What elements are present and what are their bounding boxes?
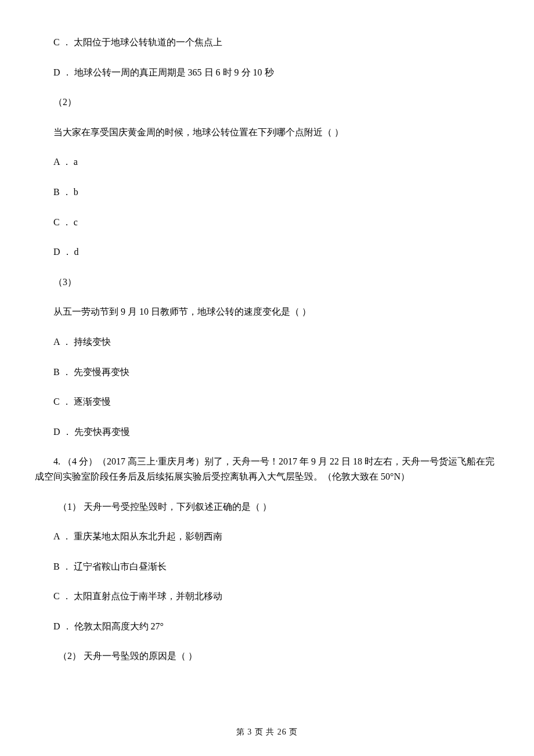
q3-p3-stem: 从五一劳动节到 9 月 10 日教师节，地球公转的速度变化是（ ） xyxy=(35,304,499,319)
q3-p3-option-d: D ． 先变快再变慢 xyxy=(35,424,499,440)
q3-p2-option-a: A ． a xyxy=(35,154,499,170)
q4-p2-stem: （2） 天舟一号坠毁的原因是（ ） xyxy=(35,649,499,664)
q4-intro-text: 4. （4 分）（2017 高三上·重庆月考）别了，天舟一号！2017 年 9 … xyxy=(35,454,499,484)
page-footer: 第 3 页 共 26 页 xyxy=(0,726,534,739)
q3-p2-option-b: B ． b xyxy=(35,185,499,200)
q4-p1-option-a: A ． 重庆某地太阳从东北升起，影朝西南 xyxy=(35,529,499,544)
q3-p2-label: （2） xyxy=(35,95,499,110)
q3-p2-option-d: D ． d xyxy=(35,244,499,260)
q3-p3-label: （3） xyxy=(35,275,499,290)
q3-p3-option-c: C ． 逐渐变慢 xyxy=(35,394,499,409)
q3-p2-option-c: C ． c xyxy=(35,215,499,230)
q3-p3-option-b: B ． 先变慢再变快 xyxy=(35,365,499,380)
q4-p1-stem: （1） 天舟一号受控坠毁时，下列叙述正确的是（ ） xyxy=(35,499,499,514)
q4-p1-option-b: B ． 辽宁省鞍山市白昼渐长 xyxy=(35,559,499,574)
q4-p1-option-c: C ． 太阳直射点位于南半球，并朝北移动 xyxy=(35,589,499,604)
q4-p1-option-d: D ． 伦敦太阳高度大约 27° xyxy=(35,619,499,634)
q3-p2-stem: 当大家在享受国庆黄金周的时候，地球公转位置在下列哪个点附近（ ） xyxy=(35,125,499,140)
q3-p1-option-c: C ． 太阳位于地球公转轨道的一个焦点上 xyxy=(35,35,499,50)
q4-intro: 4. （4 分）（2017 高三上·重庆月考）别了，天舟一号！2017 年 9 … xyxy=(35,454,499,484)
q3-p1-option-d: D ． 地球公转一周的真正周期是 365 日 6 时 9 分 10 秒 xyxy=(35,65,499,80)
q3-p3-option-a: A ． 持续变快 xyxy=(35,334,499,350)
